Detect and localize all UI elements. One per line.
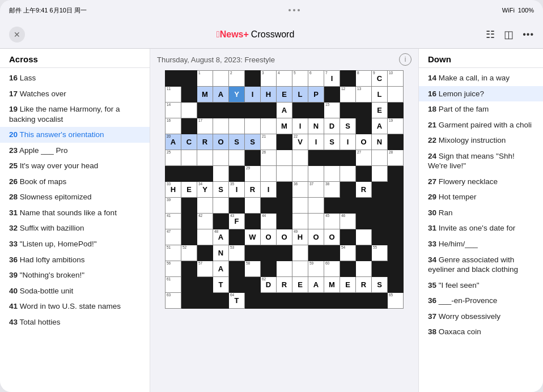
down-clue-16[interactable]: 16 Lemon juice? <box>419 86 543 102</box>
grid-cell-10-2[interactable] <box>197 229 213 245</box>
grid-cell-12-12[interactable] <box>356 261 372 277</box>
across-clue-39[interactable]: 39 "Nothing's broken!" <box>0 267 150 283</box>
crossword-grid[interactable]: 1234567I89C1011MAYIHELP1213L14A15E1617MI… <box>157 70 412 387</box>
grid-cell-5-5[interactable] <box>245 150 261 166</box>
grid-cell-7-12[interactable]: R <box>356 182 372 198</box>
grid-cell-10-8[interactable]: 49H <box>292 229 308 245</box>
grid-cell-0-5[interactable] <box>245 71 261 87</box>
grid-cell-2-7[interactable]: A <box>277 103 292 118</box>
grid-cell-7-11[interactable] <box>340 182 356 198</box>
grid-cell-10-14[interactable] <box>388 229 404 245</box>
grid-cell-14-4[interactable]: 64T <box>229 293 245 309</box>
grid-cell-1-10[interactable] <box>324 87 340 103</box>
grid-cell-4-6[interactable]: 21 <box>261 134 277 150</box>
grid-view-icon[interactable]: ◫ <box>504 28 514 41</box>
grid-cell-12-10[interactable]: 60 <box>324 261 340 277</box>
grid-cell-3-3[interactable] <box>213 118 229 134</box>
grid-cell-9-11[interactable]: 46 <box>340 214 356 229</box>
grid-cell-14-10[interactable] <box>324 293 340 309</box>
grid-cell-13-6[interactable]: 62D <box>261 277 277 293</box>
grid-cell-6-6[interactable] <box>261 166 277 182</box>
grid-cell-2-1[interactable] <box>181 103 197 118</box>
grid-cell-10-5[interactable]: W <box>245 229 261 245</box>
grid-cell-9-12[interactable] <box>356 214 372 229</box>
grid-cell-9-14[interactable] <box>388 214 404 229</box>
down-clue-33[interactable]: 33 He/him/___ <box>419 236 543 252</box>
grid-cell-2-9[interactable] <box>308 103 324 118</box>
grid-cell-10-7[interactable]: O <box>277 229 292 245</box>
down-clue-35[interactable]: 35 "I feel seen" <box>419 278 543 293</box>
grid-cell-9-8[interactable] <box>292 214 308 229</box>
across-clue-20[interactable]: 20 This answer's orientation <box>0 127 150 143</box>
grid-cell-12-3[interactable]: A <box>213 261 229 277</box>
grid-cell-1-13[interactable]: L <box>372 87 388 103</box>
across-clue-43[interactable]: 43 Total hotties <box>0 314 150 330</box>
grid-cell-12-0[interactable]: 56 <box>166 261 181 277</box>
grid-cell-8-7[interactable] <box>277 198 292 214</box>
grid-cell-14-13[interactable] <box>372 293 388 309</box>
grid-cell-2-13[interactable]: E <box>372 103 388 118</box>
grid-cell-11-5[interactable] <box>245 245 261 261</box>
grid-cell-2-11[interactable] <box>340 103 356 118</box>
grid-cell-4-14[interactable] <box>388 134 404 150</box>
grid-cell-8-3[interactable] <box>213 198 229 214</box>
down-clue-18[interactable]: 18 Part of the fam <box>419 101 543 117</box>
grid-cell-14-7[interactable] <box>277 293 292 309</box>
grid-cell-3-13[interactable]: A <box>372 118 388 134</box>
info-button[interactable]: i <box>399 53 412 66</box>
grid-cell-8-13[interactable] <box>372 198 388 214</box>
grid-cell-12-4[interactable] <box>229 261 245 277</box>
grid-cell-5-12[interactable]: 27 <box>356 150 372 166</box>
grid-cell-4-10[interactable]: S <box>324 134 340 150</box>
grid-cell-4-5[interactable]: S <box>245 134 261 150</box>
grid-cell-11-12[interactable] <box>356 245 372 261</box>
grid-cell-6-10[interactable] <box>324 166 340 182</box>
grid-cell-14-5[interactable] <box>245 293 261 309</box>
grid-cell-3-9[interactable]: N <box>308 118 324 134</box>
grid-cell-2-10[interactable]: 15 <box>324 103 340 118</box>
across-clue-23[interactable]: 23 Apple ___ Pro <box>0 143 150 159</box>
grid-cell-10-13[interactable] <box>372 229 388 245</box>
grid-cell-1-5[interactable]: I <box>245 87 261 103</box>
grid-cell-3-5[interactable] <box>245 118 261 134</box>
grid-cell-9-2[interactable]: 42 <box>197 214 213 229</box>
grid-cell-12-6[interactable] <box>261 261 277 277</box>
grid-cell-9-7[interactable] <box>277 214 292 229</box>
grid-cell-5-7[interactable] <box>277 150 292 166</box>
grid-cell-0-10[interactable]: 7I <box>324 71 340 87</box>
across-clue-28[interactable]: 28 Slowness epitomized <box>0 189 150 205</box>
grid-cell-0-14[interactable]: 10 <box>388 71 404 87</box>
grid-cell-3-14[interactable]: 19 <box>388 118 404 134</box>
grid-cell-1-1[interactable] <box>181 87 197 103</box>
grid-cell-0-2[interactable]: 1 <box>197 71 213 87</box>
grid-cell-2-5[interactable] <box>245 103 261 118</box>
grid-cell-2-4[interactable] <box>229 103 245 118</box>
grid-cell-1-6[interactable]: H <box>261 87 277 103</box>
grid-cell-14-12[interactable] <box>356 293 372 309</box>
down-clue-21[interactable]: 21 Garment paired with a choli <box>419 117 543 133</box>
grid-cell-7-2[interactable]: 34Y <box>197 182 213 198</box>
grid-cell-7-8[interactable]: 36 <box>292 182 308 198</box>
grid-cell-5-9[interactable] <box>308 150 324 166</box>
grid-cell-7-13[interactable] <box>372 182 388 198</box>
grid-cell-9-5[interactable] <box>245 214 261 229</box>
grid-cell-0-11[interactable] <box>340 71 356 87</box>
grid-cell-7-9[interactable]: 37 <box>308 182 324 198</box>
grid-cell-6-7[interactable] <box>277 166 292 182</box>
grid-cell-9-4[interactable]: 43F <box>229 214 245 229</box>
grid-cell-9-13[interactable] <box>372 214 388 229</box>
down-clue-24[interactable]: 24 Sign that means "Shh! We're live!" <box>419 148 543 174</box>
down-clue-37[interactable]: 37 Worry obsessively <box>419 309 543 325</box>
grid-cell-8-8[interactable] <box>292 198 308 214</box>
grid-cell-9-1[interactable] <box>181 214 197 229</box>
grid-cell-4-8[interactable]: 22V <box>292 134 308 150</box>
down-clue-22[interactable]: 22 Mixology instruction <box>419 133 543 148</box>
grid-cell-4-11[interactable]: I <box>340 134 356 150</box>
grid-cell-8-1[interactable] <box>181 198 197 214</box>
grid-cell-7-5[interactable]: R <box>245 182 261 198</box>
grid-cell-7-6[interactable]: I <box>261 182 277 198</box>
grid-cell-9-10[interactable]: 45 <box>324 214 340 229</box>
grid-cell-12-1[interactable] <box>181 261 197 277</box>
grid-cell-8-4[interactable] <box>229 198 245 214</box>
grid-cell-0-6[interactable]: 3 <box>261 71 277 87</box>
